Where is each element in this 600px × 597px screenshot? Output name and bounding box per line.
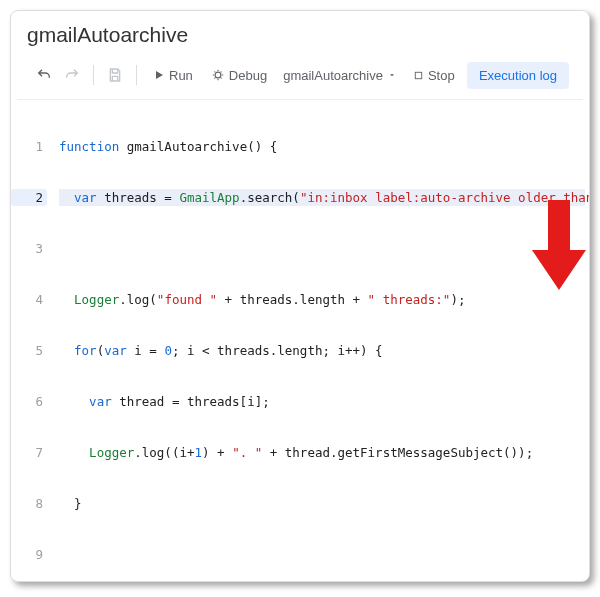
line-number: 1 xyxy=(11,138,47,155)
debug-button[interactable]: Debug xyxy=(203,61,275,89)
undo-icon xyxy=(36,67,52,83)
line-number: 7 xyxy=(11,444,47,461)
toolbar: Run Debug gmailAutoarchive Stop Executio… xyxy=(17,55,583,100)
line-number: 9 xyxy=(11,546,47,563)
run-button[interactable]: Run xyxy=(145,61,201,89)
svg-rect-1 xyxy=(415,72,421,78)
stop-label: Stop xyxy=(428,68,455,83)
execution-log-button[interactable]: Execution log xyxy=(467,62,569,89)
stop-icon xyxy=(413,70,424,81)
title-bar: gmailAutoarchive xyxy=(11,11,589,55)
line-number: 3 xyxy=(11,240,47,257)
toolbar-separator xyxy=(93,65,94,85)
play-icon xyxy=(153,69,165,81)
redo-icon xyxy=(64,67,80,83)
function-selector[interactable]: gmailAutoarchive xyxy=(277,68,403,83)
line-number: 2 xyxy=(11,189,47,206)
chevron-down-icon xyxy=(387,70,397,80)
line-number: 5 xyxy=(11,342,47,359)
line-number: 4 xyxy=(11,291,47,308)
redo-button[interactable] xyxy=(59,62,85,88)
debug-label: Debug xyxy=(229,68,267,83)
code-editor[interactable]: 1 2 3 4 5 6 7 8 9 10 11 12 function gmai… xyxy=(11,100,589,582)
project-title: gmailAutoarchive xyxy=(27,23,573,47)
save-button[interactable] xyxy=(102,62,128,88)
toolbar-separator xyxy=(136,65,137,85)
editor-card: gmailAutoarchive Run Debug gmailAutoarch… xyxy=(10,10,590,582)
debug-icon xyxy=(211,68,225,82)
code-content[interactable]: function gmailAutoarchive() { var thread… xyxy=(59,104,589,582)
svg-point-0 xyxy=(215,72,221,78)
stop-button[interactable]: Stop xyxy=(405,61,463,89)
undo-button[interactable] xyxy=(31,62,57,88)
run-label: Run xyxy=(169,68,193,83)
line-gutter: 1 2 3 4 5 6 7 8 9 10 11 12 xyxy=(11,104,59,582)
line-number: 6 xyxy=(11,393,47,410)
save-icon xyxy=(107,67,123,83)
line-number: 8 xyxy=(11,495,47,512)
function-selector-label: gmailAutoarchive xyxy=(283,68,383,83)
